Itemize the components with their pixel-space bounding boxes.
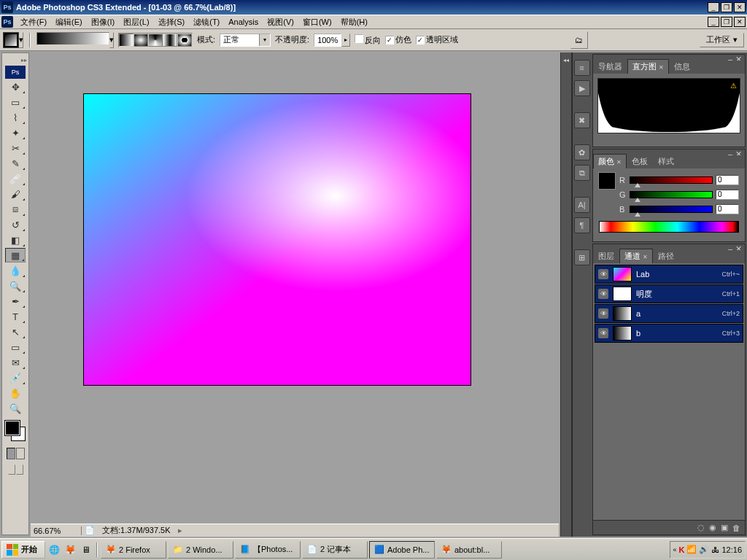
r-value[interactable]: 0 bbox=[716, 175, 739, 185]
zoom-level[interactable]: 66.67% bbox=[31, 526, 82, 535]
tab-swatches[interactable]: 色板 bbox=[627, 154, 653, 168]
tray-network-icon[interactable]: 📶 bbox=[686, 545, 697, 554]
panel-close-icon[interactable]: ✕ bbox=[735, 149, 742, 155]
gradient-radial[interactable] bbox=[133, 34, 148, 47]
marquee-tool[interactable]: ▭ bbox=[5, 95, 26, 109]
tab-color[interactable]: 颜色✕ bbox=[593, 154, 627, 168]
dither-checkbox[interactable]: ✓仿色 bbox=[385, 34, 411, 45]
quicklaunch-desktop[interactable]: 🖥 bbox=[79, 542, 93, 557]
taskbar-task[interactable]: 📄2 记事本 bbox=[302, 541, 368, 559]
gradient-angle[interactable] bbox=[148, 34, 163, 47]
doc-info-dropdown[interactable]: ▸ bbox=[175, 526, 185, 535]
color-swatch-fg[interactable] bbox=[599, 173, 615, 189]
paragraph-panel-icon[interactable]: ¶ bbox=[574, 217, 590, 233]
gradient-reflected[interactable] bbox=[163, 34, 177, 47]
brush-tool[interactable]: 🖌 bbox=[5, 187, 26, 201]
menu-filter[interactable]: 滤镜(T) bbox=[189, 15, 224, 29]
reverse-checkbox[interactable]: 反向 bbox=[355, 34, 381, 46]
foreground-color[interactable] bbox=[5, 421, 20, 435]
shape-tool[interactable]: ▭ bbox=[5, 340, 26, 354]
zoom-tool[interactable]: 🔍 bbox=[5, 401, 26, 416]
slice-tool[interactable]: ✎ bbox=[5, 156, 26, 171]
menu-analysis[interactable]: Analysis bbox=[224, 16, 263, 28]
menu-layer[interactable]: 图层(L) bbox=[119, 15, 153, 29]
quickmask-toggle[interactable] bbox=[5, 448, 26, 462]
visibility-icon[interactable]: 👁 bbox=[598, 269, 608, 279]
panel-minimize-icon[interactable]: – bbox=[728, 244, 732, 250]
tab-info[interactable]: 信息 bbox=[669, 59, 695, 74]
clone-panel-icon[interactable]: ⧉ bbox=[574, 165, 590, 181]
color-swatches[interactable] bbox=[4, 419, 27, 443]
tray-volume-icon[interactable]: 🔊 bbox=[699, 545, 709, 554]
workspace-menu[interactable]: 工作区 ▾ bbox=[700, 33, 744, 47]
eraser-tool[interactable]: ◧ bbox=[5, 233, 26, 247]
opacity-slider-button[interactable]: ▸ bbox=[341, 34, 350, 47]
visibility-icon[interactable]: 👁 bbox=[598, 308, 608, 319]
gradient-diamond[interactable] bbox=[177, 34, 192, 47]
transparency-checkbox[interactable]: ✓透明区域 bbox=[416, 34, 458, 45]
blur-tool[interactable]: 💧 bbox=[5, 263, 26, 278]
magic-wand-tool[interactable]: ✦ bbox=[5, 125, 26, 140]
tray-kaspersky-icon[interactable]: K bbox=[679, 545, 685, 554]
screenmode-toggle[interactable] bbox=[5, 464, 26, 479]
visibility-icon[interactable]: 👁 bbox=[598, 328, 608, 338]
tab-layers[interactable]: 图层 bbox=[593, 249, 619, 263]
toolbox-collapse[interactable]: ▸▸ bbox=[21, 57, 27, 63]
tab-channels[interactable]: 通道✕ bbox=[619, 249, 653, 263]
menu-select[interactable]: 选择(S) bbox=[154, 15, 190, 29]
tool-preset-dropdown[interactable]: ▾ bbox=[19, 32, 23, 48]
actions-panel-icon[interactable]: ▶ bbox=[574, 80, 590, 96]
character-panel-icon[interactable]: A| bbox=[574, 197, 590, 213]
menu-window[interactable]: 窗口(W) bbox=[298, 15, 336, 29]
doc-minimize-button[interactable]: _ bbox=[708, 17, 719, 27]
tab-styles[interactable]: 样式 bbox=[653, 154, 679, 168]
blend-mode-select[interactable]: 正常 bbox=[220, 34, 271, 47]
menu-image[interactable]: 图像(I) bbox=[87, 15, 119, 29]
taskbar-task[interactable]: 🟦Adobe Ph... bbox=[369, 541, 435, 559]
channel-row[interactable]: 👁bCtrl+3 bbox=[595, 324, 743, 343]
system-tray[interactable]: « K 📶 🔊 🖧 12:16 bbox=[670, 541, 746, 559]
taskbar-task[interactable]: 🦊2 Firefox bbox=[101, 541, 166, 559]
tab-histogram[interactable]: 直方图✕ bbox=[627, 59, 669, 74]
save-selection-icon[interactable]: ◉ bbox=[709, 523, 716, 532]
gradient-tool[interactable]: ▦ bbox=[5, 248, 26, 262]
doc-close-button[interactable]: ✕ bbox=[734, 17, 746, 27]
channel-row[interactable]: 👁aCtrl+2 bbox=[595, 304, 743, 323]
path-select-tool[interactable]: ↖ bbox=[5, 324, 26, 339]
layer-comps-icon[interactable]: ⊞ bbox=[574, 249, 590, 265]
cache-warning-icon[interactable]: ⚠ bbox=[730, 82, 737, 90]
menu-help[interactable]: 帮助(H) bbox=[336, 15, 372, 29]
crop-tool[interactable]: ✂ bbox=[5, 141, 26, 155]
menu-edit[interactable]: 编辑(E) bbox=[51, 15, 87, 29]
b-slider[interactable] bbox=[630, 206, 713, 213]
panel-close-icon[interactable]: ✕ bbox=[735, 55, 742, 61]
gradient-preview[interactable] bbox=[36, 32, 109, 45]
gradient-picker-dropdown[interactable]: ▾ bbox=[109, 32, 114, 48]
tray-expand-icon[interactable]: « bbox=[673, 546, 677, 553]
visibility-icon[interactable]: 👁 bbox=[598, 289, 608, 299]
history-panel-icon[interactable]: ≡ bbox=[574, 60, 590, 76]
stamp-tool[interactable]: ⧇ bbox=[5, 202, 26, 217]
type-tool[interactable]: T bbox=[5, 309, 26, 324]
notes-tool[interactable]: ✉ bbox=[5, 355, 26, 370]
new-channel-icon[interactable]: ▣ bbox=[721, 523, 728, 532]
channel-row[interactable]: 👁LabCtrl+~ bbox=[595, 265, 743, 284]
taskbar-task[interactable]: 🦊about:bl... bbox=[436, 541, 502, 559]
lasso-tool[interactable]: ⌇ bbox=[5, 110, 26, 125]
load-selection-icon[interactable]: ◌ bbox=[697, 523, 705, 532]
panel-minimize-icon[interactable]: – bbox=[728, 55, 732, 61]
taskbar-task[interactable]: 📘【Photos... bbox=[235, 541, 301, 559]
hand-tool[interactable]: ✋ bbox=[5, 386, 26, 400]
start-button[interactable]: 开始 bbox=[1, 541, 45, 559]
minimize-button[interactable]: _ bbox=[708, 2, 719, 12]
panel-minimize-icon[interactable]: – bbox=[728, 149, 732, 155]
pen-tool[interactable]: ✒ bbox=[5, 294, 26, 308]
restore-button[interactable]: ❐ bbox=[721, 2, 732, 12]
g-value[interactable]: 0 bbox=[716, 190, 739, 200]
tray-clock[interactable]: 12:16 bbox=[721, 545, 742, 554]
tool-presets-icon[interactable]: ✖ bbox=[574, 112, 590, 128]
quicklaunch-ie[interactable]: 🌐 bbox=[47, 542, 61, 557]
g-slider[interactable] bbox=[630, 191, 713, 198]
move-tool[interactable]: ✥ bbox=[5, 79, 26, 94]
document-canvas[interactable] bbox=[83, 93, 471, 386]
